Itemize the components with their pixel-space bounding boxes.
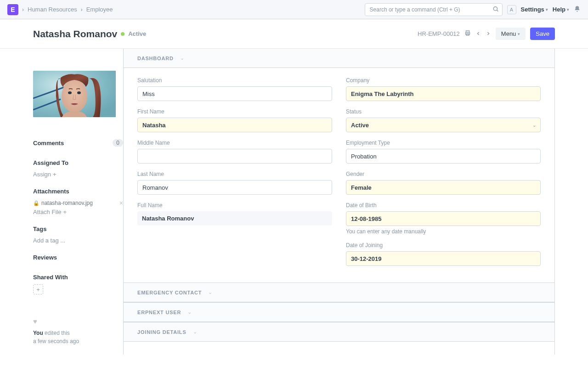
tags-label: Tags	[33, 226, 46, 232]
comments-label[interactable]: Comments	[33, 140, 64, 147]
chevron-down-icon: ⌄	[180, 55, 184, 61]
status-field-label: Status	[346, 108, 541, 115]
employment-type-input[interactable]	[346, 149, 541, 164]
gender-label: Gender	[346, 171, 541, 177]
page-title: Natasha Romanov	[33, 28, 117, 40]
svg-point-0	[493, 6, 497, 10]
assign-action[interactable]: Assign+	[33, 170, 123, 179]
last-name-input[interactable]	[137, 180, 332, 195]
salutation-label: Salutation	[137, 77, 332, 84]
lock-icon: 🔒	[33, 200, 40, 206]
layout: Comments 0 Assigned To Assign+ Attachmen…	[0, 49, 588, 355]
company-label: Company	[346, 77, 541, 84]
form-col-right: Company Status ⌄ Employment Type Gender	[346, 77, 541, 273]
status-label: Active	[128, 30, 146, 37]
page-actions: HR-EMP-00012 Menu▾ Save	[418, 28, 555, 40]
assigned-to-label: Assigned To	[33, 159, 68, 166]
attachment-item[interactable]: 🔒 natasha-romanov.jpg ×	[33, 198, 123, 208]
section-title: EMERGENCY CONTACT	[137, 290, 202, 295]
settings-menu[interactable]: Settings▾	[521, 6, 548, 13]
section-title: ERPNEXT USER	[137, 310, 181, 315]
doj-input[interactable]	[346, 251, 541, 266]
section-title: JOINING DETAILS	[137, 329, 187, 335]
status-dot	[121, 32, 124, 36]
svg-line-1	[497, 10, 498, 11]
section-dashboard[interactable]: DASHBOARD ⌄	[124, 49, 554, 68]
last-name-label: Last Name	[137, 171, 332, 177]
attachment-filename: natasha-romanov.jpg	[41, 200, 93, 206]
remove-attachment-icon[interactable]: ×	[119, 199, 123, 207]
section-title: DASHBOARD	[137, 56, 174, 61]
save-button[interactable]: Save	[530, 28, 555, 40]
section-emergency-contact[interactable]: EMERGENCY CONTACT ⌄	[124, 282, 554, 302]
dob-input[interactable]	[346, 211, 541, 226]
breadcrumb-hr[interactable]: Human Resources	[28, 6, 77, 13]
prev-icon[interactable]	[475, 30, 481, 38]
share-add-button[interactable]: +	[33, 284, 43, 294]
help-menu[interactable]: Help▾	[553, 6, 569, 13]
chevron-down-icon: ⌄	[187, 309, 192, 315]
doj-label: Date of Joining	[346, 242, 541, 248]
chevron-down-icon: ⌄	[208, 289, 212, 295]
attach-file-action[interactable]: Attach File+	[33, 208, 123, 216]
svg-point-10	[77, 91, 81, 94]
first-name-input[interactable]	[137, 118, 332, 132]
svg-point-9	[68, 91, 72, 94]
reviews-section: Reviews	[33, 250, 123, 265]
full-name-label: Full Name	[137, 202, 332, 209]
print-icon[interactable]	[464, 30, 471, 38]
menu-button[interactable]: Menu▾	[496, 28, 526, 40]
nav-left: E › Human Resources › Employee	[7, 4, 113, 15]
navbar: E › Human Resources › Employee A Setting…	[0, 0, 588, 19]
reviews-label[interactable]: Reviews	[33, 254, 57, 261]
bell-icon[interactable]	[574, 6, 581, 14]
shared-with-label: Shared With	[33, 274, 68, 281]
attachments-label: Attachments	[33, 188, 69, 195]
search-icon	[492, 6, 499, 13]
main-form: DASHBOARD ⌄ Salutation First Name Middle…	[123, 49, 555, 355]
dob-label: Date of Birth	[346, 202, 541, 209]
like-icon[interactable]: ♥	[33, 317, 123, 325]
caret-down-icon: ▾	[546, 7, 548, 12]
svg-point-8	[62, 79, 87, 113]
app-logo[interactable]: E	[7, 4, 18, 15]
status-select[interactable]	[346, 118, 541, 132]
form-col-left: Salutation First Name Middle Name Last N…	[137, 77, 332, 273]
breadcrumb-separator: ›	[80, 6, 84, 13]
comments-section: Comments 0	[33, 136, 123, 150]
comments-count: 0	[113, 139, 123, 147]
tags-section: Tags Add a tag ...	[33, 222, 123, 245]
next-icon[interactable]	[486, 30, 491, 38]
plus-icon: +	[63, 209, 67, 215]
edit-history: You edited this a few seconds ago	[33, 329, 123, 345]
middle-name-label: Middle Name	[137, 140, 332, 146]
dob-help: You can enter any date manually	[346, 228, 541, 235]
middle-name-input[interactable]	[137, 149, 332, 164]
chevron-down-icon: ⌄	[193, 329, 197, 335]
gender-input[interactable]	[346, 180, 541, 195]
company-input[interactable]	[346, 86, 541, 101]
full-name-readonly: Natasha Romanov	[137, 211, 332, 226]
form-body: Salutation First Name Middle Name Last N…	[124, 68, 554, 282]
employee-photo[interactable]	[33, 71, 116, 117]
caret-down-icon: ▾	[518, 32, 520, 36]
section-erpnext-user[interactable]: ERPNEXT USER ⌄	[124, 302, 554, 322]
plus-icon: +	[53, 171, 57, 178]
doc-id: HR-EMP-00012	[418, 30, 460, 37]
user-avatar-initial[interactable]: A	[507, 5, 516, 14]
salutation-input[interactable]	[137, 86, 332, 101]
page-head: Natasha Romanov Active HR-EMP-00012 Menu…	[0, 19, 588, 49]
caret-down-icon: ▾	[567, 7, 569, 12]
attachments-section: Attachments 🔒 natasha-romanov.jpg × Atta…	[33, 184, 123, 216]
breadcrumb-separator: ›	[21, 6, 25, 13]
add-tag-action[interactable]: Add a tag ...	[33, 236, 123, 245]
search-wrap	[365, 3, 503, 16]
assigned-to-section: Assigned To Assign+	[33, 156, 123, 179]
shared-with-section: Shared With +	[33, 270, 123, 294]
nav-right: A Settings▾ Help▾	[365, 3, 581, 16]
search-input[interactable]	[365, 3, 503, 16]
title-area: Natasha Romanov Active	[33, 28, 146, 40]
section-joining-details[interactable]: JOINING DETAILS ⌄	[124, 322, 554, 342]
employment-type-label: Employment Type	[346, 140, 541, 146]
breadcrumb-employee[interactable]: Employee	[86, 6, 113, 13]
